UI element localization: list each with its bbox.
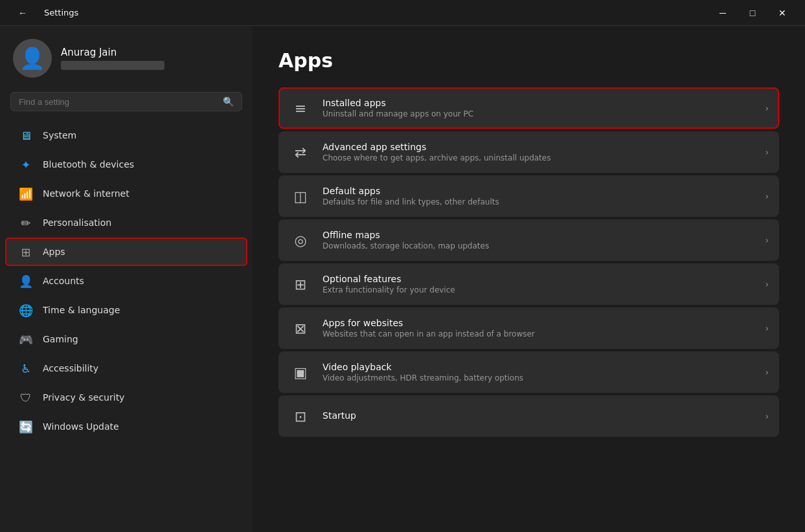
user-badge — [61, 61, 164, 70]
nav-icon-gaming: 🎮 — [18, 331, 34, 347]
chevron-icon-default-apps: › — [765, 191, 769, 201]
user-name: Anurag Jain — [61, 47, 164, 58]
nav-label-apps: Apps — [43, 247, 65, 257]
settings-title-apps-for-websites: Apps for websites — [323, 318, 754, 328]
settings-desc-optional-features: Extra functionality for your device — [323, 285, 754, 294]
avatar: 👤 — [13, 39, 52, 78]
nav-label-update: Windows Update — [43, 421, 119, 432]
settings-text-video-playback: Video playback Video adjustments, HDR st… — [323, 362, 754, 382]
settings-desc-default-apps: Defaults for file and link types, other … — [323, 197, 754, 206]
settings-desc-video-playback: Video adjustments, HDR streaming, batter… — [323, 373, 754, 382]
user-profile: 👤 Anurag Jain — [0, 26, 253, 88]
sidebar-item-update[interactable]: 🔄 Windows Update — [5, 412, 247, 441]
settings-icon-advanced-app-settings: ⇄ — [289, 140, 312, 164]
titlebar-left: ← Settings — [8, 3, 78, 23]
sidebar-item-personalisation[interactable]: ✏ Personalisation — [5, 208, 247, 237]
nav-label-time: Time & language — [43, 305, 120, 315]
back-button[interactable]: ← — [8, 3, 38, 23]
settings-title-installed-apps: Installed apps — [323, 98, 754, 108]
settings-item-optional-features[interactable]: ⊞ Optional features Extra functionality … — [278, 263, 779, 305]
main-content: Apps ≡ Installed apps Uninstall and mana… — [253, 26, 805, 532]
titlebar-controls: ─ □ ✕ — [708, 3, 797, 23]
settings-icon-apps-for-websites: ⊠ — [289, 316, 312, 340]
nav-label-accounts: Accounts — [43, 276, 84, 286]
settings-list: ≡ Installed apps Uninstall and manage ap… — [278, 87, 779, 437]
settings-icon-startup: ⊡ — [289, 405, 312, 428]
nav-icon-update: 🔄 — [18, 419, 34, 434]
nav-label-accessibility: Accessibility — [43, 363, 98, 373]
settings-item-apps-for-websites[interactable]: ⊠ Apps for websites Websites that can op… — [278, 307, 779, 349]
nav-label-privacy: Privacy & security — [43, 392, 124, 403]
chevron-icon-video-playback: › — [765, 367, 769, 377]
close-button[interactable]: ✕ — [767, 3, 797, 23]
sidebar-item-system[interactable]: 🖥 System — [5, 121, 247, 150]
sidebar: 👤 Anurag Jain 🔍 🖥 System ✦ Bluetooth & d… — [0, 26, 253, 532]
settings-text-offline-maps: Offline maps Downloads, storage location… — [323, 230, 754, 250]
settings-item-installed-apps[interactable]: ≡ Installed apps Uninstall and manage ap… — [278, 87, 779, 129]
app-layout: 👤 Anurag Jain 🔍 🖥 System ✦ Bluetooth & d… — [0, 26, 805, 532]
nav-icon-apps: ⊞ — [18, 244, 34, 260]
nav-icon-personalisation: ✏ — [18, 215, 34, 230]
settings-text-optional-features: Optional features Extra functionality fo… — [323, 274, 754, 294]
titlebar: ← Settings ─ □ ✕ — [0, 0, 805, 26]
search-input[interactable] — [19, 97, 218, 107]
sidebar-item-accounts[interactable]: 👤 Accounts — [5, 267, 247, 295]
sidebar-item-accessibility[interactable]: ♿ Accessibility — [5, 354, 247, 382]
back-icon: ← — [18, 8, 27, 18]
sidebar-item-time[interactable]: 🌐 Time & language — [5, 296, 247, 324]
settings-item-default-apps[interactable]: ◫ Default apps Defaults for file and lin… — [278, 175, 779, 217]
chevron-icon-apps-for-websites: › — [765, 323, 769, 333]
settings-item-advanced-app-settings[interactable]: ⇄ Advanced app settings Choose where to … — [278, 131, 779, 173]
nav-label-personalisation: Personalisation — [43, 217, 111, 228]
settings-text-advanced-app-settings: Advanced app settings Choose where to ge… — [323, 142, 754, 162]
page-title: Apps — [278, 49, 779, 72]
settings-text-startup: Startup — [323, 410, 754, 422]
settings-desc-apps-for-websites: Websites that can open in an app instead… — [323, 329, 754, 338]
settings-item-offline-maps[interactable]: ◎ Offline maps Downloads, storage locati… — [278, 219, 779, 261]
settings-icon-installed-apps: ≡ — [289, 96, 312, 120]
search-container: 🔍 — [0, 88, 253, 120]
minimize-button[interactable]: ─ — [708, 3, 738, 23]
nav-icon-time: 🌐 — [18, 302, 34, 318]
search-icon: 🔍 — [223, 96, 234, 107]
nav-icon-bluetooth: ✦ — [18, 157, 34, 172]
sidebar-item-apps[interactable]: ⊞ Apps — [5, 238, 247, 266]
avatar-icon: 👤 — [19, 46, 45, 71]
settings-title-video-playback: Video playback — [323, 362, 754, 372]
settings-title-advanced-app-settings: Advanced app settings — [323, 142, 754, 152]
settings-item-video-playback[interactable]: ▣ Video playback Video adjustments, HDR … — [278, 351, 779, 393]
sidebar-item-gaming[interactable]: 🎮 Gaming — [5, 325, 247, 353]
settings-desc-offline-maps: Downloads, storage location, map updates — [323, 241, 754, 250]
window-title: Settings — [44, 8, 78, 17]
chevron-icon-optional-features: › — [765, 279, 769, 289]
sidebar-item-bluetooth[interactable]: ✦ Bluetooth & devices — [5, 150, 247, 179]
nav-icon-accessibility: ♿ — [18, 360, 34, 376]
search-box[interactable]: 🔍 — [10, 92, 242, 111]
chevron-icon-advanced-app-settings: › — [765, 147, 769, 157]
nav-label-gaming: Gaming — [43, 334, 78, 344]
chevron-icon-offline-maps: › — [765, 235, 769, 245]
settings-title-offline-maps: Offline maps — [323, 230, 754, 240]
nav-icon-system: 🖥 — [18, 127, 34, 143]
sidebar-item-privacy[interactable]: 🛡 Privacy & security — [5, 383, 247, 412]
settings-desc-installed-apps: Uninstall and manage apps on your PC — [323, 109, 754, 118]
settings-desc-advanced-app-settings: Choose where to get apps, archive apps, … — [323, 153, 754, 162]
nav-icon-network: 📶 — [18, 186, 34, 201]
nav-label-system: System — [43, 130, 76, 140]
settings-text-apps-for-websites: Apps for websites Websites that can open… — [323, 318, 754, 338]
settings-text-installed-apps: Installed apps Uninstall and manage apps… — [323, 98, 754, 118]
chevron-icon-startup: › — [765, 411, 769, 421]
settings-icon-default-apps: ◫ — [289, 184, 312, 208]
user-name-wrapper: Anurag Jain — [61, 47, 164, 70]
sidebar-item-network[interactable]: 📶 Network & internet — [5, 179, 247, 208]
nav-label-bluetooth: Bluetooth & devices — [43, 159, 134, 170]
settings-item-startup[interactable]: ⊡ Startup › — [278, 395, 779, 437]
nav-list: 🖥 System ✦ Bluetooth & devices 📶 Network… — [0, 120, 253, 441]
maximize-button[interactable]: □ — [738, 3, 767, 23]
chevron-icon-installed-apps: › — [765, 103, 769, 113]
settings-icon-video-playback: ▣ — [289, 360, 312, 384]
settings-title-default-apps: Default apps — [323, 186, 754, 196]
settings-text-default-apps: Default apps Defaults for file and link … — [323, 186, 754, 206]
nav-icon-privacy: 🛡 — [18, 390, 34, 405]
settings-icon-offline-maps: ◎ — [289, 228, 312, 252]
